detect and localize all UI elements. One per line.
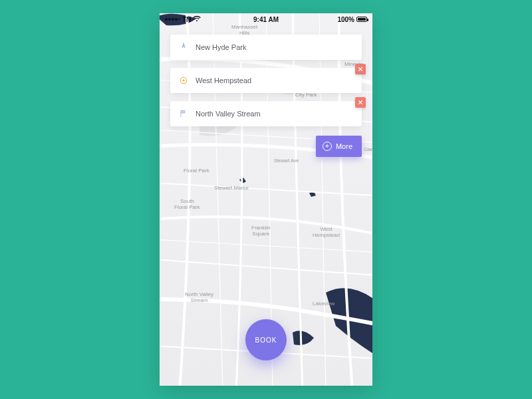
remove-destination-button[interactable] [355,64,366,74]
destination-card[interactable]: West Hempstead [170,68,362,93]
target-icon [178,75,189,86]
destination-label: New Hyde Park [196,43,246,51]
plus-circle-icon: + [323,142,332,151]
destination-cards: New Hyde Park West Hempstead North Valle… [170,35,362,134]
svg-point-1 [182,79,185,82]
book-button-label: BOOK [255,336,277,344]
book-button[interactable]: BOOK [245,319,287,360]
phone-frame: ManhassetHills Mineola City Park Floral … [160,13,372,386]
status-bar: TN 9:41 AM 100% [160,13,372,25]
status-time: 9:41 AM [160,16,372,23]
flag-icon [178,108,189,119]
gps-icon [178,42,189,53]
more-button-label: More [336,142,352,150]
destination-label: West Hempstead [196,76,251,84]
remove-destination-button[interactable] [355,97,366,108]
battery-icon [356,17,367,22]
destination-card[interactable]: North Valley Stream [170,101,362,126]
destination-card[interactable]: New Hyde Park [170,35,362,60]
destination-label: North Valley Stream [196,110,261,118]
more-button[interactable]: + More [316,136,362,157]
